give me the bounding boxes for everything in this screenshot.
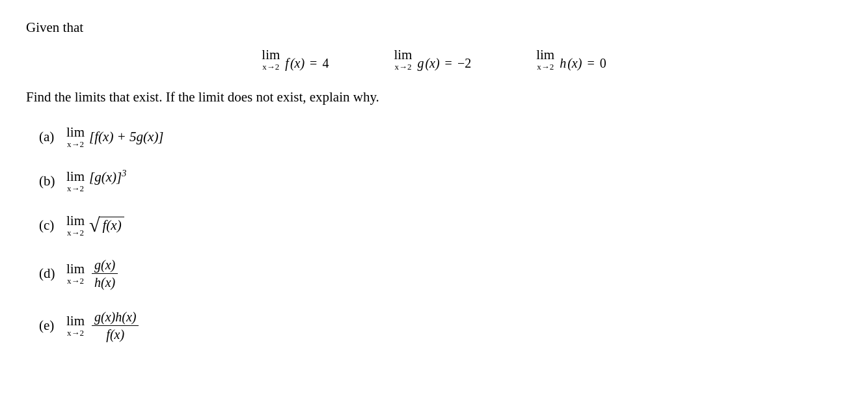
frac-num-e: g(x)h(x) xyxy=(92,310,139,326)
lim-sub-g: x→2 xyxy=(394,62,411,71)
problem-b: (b) lim x→2 [g(x)]3 xyxy=(39,164,842,198)
limit-f: lim x→2 f(x)=4 xyxy=(262,47,329,71)
frac-e: g(x)h(x) f(x) xyxy=(92,310,139,342)
problems-list: (a) lim x→2 [f(x) + 5g(x)] (b) lim x→2 [… xyxy=(26,120,842,346)
lim-label-g: lim xyxy=(394,47,412,62)
frac-num-d: g(x) xyxy=(92,258,118,274)
lim-expr-h: h xyxy=(560,56,566,71)
lim-expr-f: f xyxy=(285,56,289,71)
lim-sym-e: lim x→2 xyxy=(66,314,85,337)
lim-sym-b: lim x→2 xyxy=(66,169,85,193)
lim-sym-a: lim x→2 xyxy=(66,125,85,148)
sqrt-radical-c: √ xyxy=(89,215,100,235)
problem-e: (e) lim x→2 g(x)h(x) f(x) xyxy=(39,304,842,346)
limit-g: lim x→2 g(x)=−2 xyxy=(394,47,471,71)
part-label-e: (e) xyxy=(39,318,60,334)
lim-eq-h: = xyxy=(587,56,594,71)
frac-d: g(x) h(x) xyxy=(92,258,118,290)
lim-sym-c: lim x→2 xyxy=(66,213,85,237)
lim-val-h: 0 xyxy=(600,56,606,71)
lim-val-g: −2 xyxy=(457,56,471,71)
math-c: lim x→2 √f(x) xyxy=(66,213,124,237)
lim-label-h: lim xyxy=(536,47,554,62)
lim-sub-f: x→2 xyxy=(262,62,279,71)
lim-symbol-f: lim x→2 xyxy=(262,47,280,71)
limit-h: lim x→2 h(x)=0 xyxy=(536,47,606,71)
given-that-text: Given that xyxy=(26,20,842,36)
math-b: lim x→2 [g(x)]3 xyxy=(66,169,126,193)
sqrt-content-c: f(x) xyxy=(100,217,124,234)
lim-expr-f2: (x) xyxy=(290,56,305,71)
lim-eq-g: = xyxy=(445,56,452,71)
part-label-d: (d) xyxy=(39,265,60,282)
lim-sub-h: x→2 xyxy=(537,62,554,71)
lim-expr-g: g xyxy=(417,56,424,71)
math-e: lim x→2 g(x)h(x) f(x) xyxy=(66,309,140,342)
lim-sym-d: lim x→2 xyxy=(66,262,85,285)
given-limits-row: lim x→2 f(x)=4 lim x→2 g(x)=−2 lim x→2 h… xyxy=(26,47,842,71)
lim-symbol-g: lim x→2 xyxy=(394,47,412,71)
problem-d: (d) lim x→2 g(x) h(x) xyxy=(39,252,842,294)
part-label-c: (c) xyxy=(39,217,60,234)
part-label-a: (a) xyxy=(39,129,60,145)
frac-den-d: h(x) xyxy=(92,274,118,290)
math-a: lim x→2 [f(x) + 5g(x)] xyxy=(66,125,164,148)
part-label-b: (b) xyxy=(39,173,60,189)
lim-val-f: 4 xyxy=(322,56,329,71)
lim-expr-h2: (x) xyxy=(567,56,582,71)
lim-symbol-h: lim x→2 xyxy=(536,47,554,71)
math-d: lim x→2 g(x) h(x) xyxy=(66,257,119,290)
lim-expr-g2: (x) xyxy=(425,56,439,71)
problem-a: (a) lim x→2 [f(x) + 5g(x)] xyxy=(39,120,842,154)
problem-c: (c) lim x→2 √f(x) xyxy=(39,208,842,242)
lim-eq-f: = xyxy=(310,56,317,71)
find-limits-text: Find the limits that exist. If the limit… xyxy=(26,89,842,105)
frac-den-e: f(x) xyxy=(103,326,127,342)
lim-label-f: lim xyxy=(262,47,280,62)
